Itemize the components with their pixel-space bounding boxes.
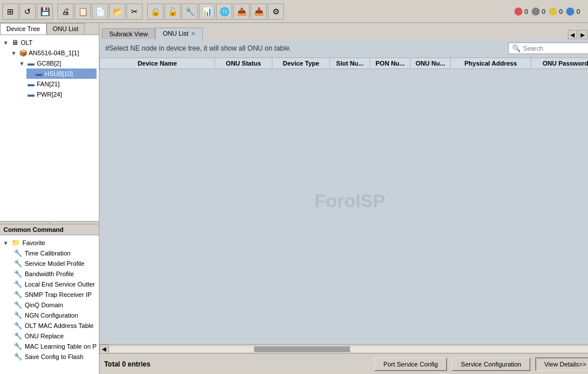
content-area: #Select NE node in device tree, it will … <box>99 39 588 374</box>
toolbar-btn-copy[interactable]: 📋 <box>75 3 91 20</box>
toolbar-btn-refresh[interactable]: ↺ <box>20 3 36 20</box>
gc8b-icon: ▬ <box>26 59 36 68</box>
tree-root-olt[interactable]: ▼ 🖥 OLT <box>2 37 97 48</box>
tree-node-an5516[interactable]: ▼ 📦 AN5516-04B_1[1] <box>10 48 97 58</box>
expand-an5516[interactable]: ▼ <box>10 49 17 56</box>
onu-list-tab-label: ONU List <box>163 30 189 37</box>
cmd-save-config[interactable]: 🔧 Save Config to Flash <box>14 352 97 362</box>
pwr-icon: ▬ <box>26 90 36 99</box>
right-tabs-bar: Subrack View ONU List ✕ ◀ ▶ ▼ <box>99 23 588 39</box>
toolbar-btn-cut[interactable]: ✂ <box>126 3 143 20</box>
tab-nav-prev[interactable]: ◀ <box>568 30 577 39</box>
bottom-bar: Total 0 entries Port Service Config Serv… <box>99 353 588 374</box>
scroll-left-arrow[interactable]: ◀ <box>99 345 109 354</box>
tab-onu-list-right[interactable]: ONU List ✕ <box>155 28 203 39</box>
onu-list-tab-close[interactable]: ✕ <box>191 30 195 37</box>
tree-node-hsub[interactable]: ▬ HSUB[10] <box>26 68 97 79</box>
tree-node-fan[interactable]: ▬ FAN[21] <box>18 79 97 89</box>
qinq-icon: 🔧 <box>14 301 22 309</box>
command-tree: ▼ 📁 Favorite 🔧 Time Calibration 🔧 Servic… <box>0 235 99 374</box>
tab-device-tree[interactable]: Device Tree <box>0 23 47 35</box>
search-input[interactable] <box>523 45 588 52</box>
traffic-light-red <box>514 7 522 16</box>
info-bar: #Select NE node in device tree, it will … <box>99 39 588 58</box>
total-entries: Total 0 entries <box>104 360 370 368</box>
tree-label-fan: FAN[21] <box>37 81 60 87</box>
col-device-type: Device Type <box>272 58 330 69</box>
cmd-bandwidth-profile[interactable]: 🔧 Bandwidth Profile <box>14 269 97 279</box>
cmd-mac-learning[interactable]: 🔧 MAC Learning Table on P <box>14 341 97 352</box>
tree-label-hsub: HSUB[10] <box>45 70 73 77</box>
cmd-favorite-root[interactable]: ▼ 📁 Favorite <box>2 238 97 248</box>
col-onu-password: ONU Password <box>531 58 588 69</box>
toolbar-btn-download[interactable]: 📥 <box>251 3 267 20</box>
right-panel: Subrack View ONU List ✕ ◀ ▶ ▼ #Select NE… <box>99 23 588 374</box>
cmd-qinq-domain[interactable]: 🔧 QinQ Domain <box>14 300 97 310</box>
tab-subrack-view[interactable]: Subrack View <box>102 28 155 39</box>
scroll-track[interactable] <box>110 346 588 352</box>
snmp-icon: 🔧 <box>14 291 22 299</box>
info-message: #Select NE node in device tree, it will … <box>105 44 291 52</box>
toolbar-btn-open[interactable]: 📂 <box>109 3 125 20</box>
cmd-service-model-profile[interactable]: 🔧 Service Model Profile <box>14 258 97 269</box>
view-details-button[interactable]: View Details>> <box>535 357 588 371</box>
olt-mac-icon: 🔧 <box>14 322 22 330</box>
traffic-light-blue <box>566 7 574 16</box>
expand-gc8b[interactable]: ▼ <box>18 60 25 67</box>
expand-olt[interactable]: ▼ <box>2 39 9 46</box>
cmd-olt-mac[interactable]: 🔧 OLT MAC Address Table <box>14 320 97 331</box>
cmd-snmp-trap[interactable]: 🔧 SNMP Trap Receiver IP <box>14 289 97 300</box>
search-box: 🔍 <box>508 43 588 54</box>
tree-label-pwr: PWR[24] <box>37 91 62 98</box>
scroll-thumb[interactable] <box>254 346 350 352</box>
toolbar-btn-print[interactable]: 🖨 <box>57 3 74 20</box>
expand-favorite[interactable]: ▼ <box>2 239 9 246</box>
col-physical-address: Physical Address <box>451 58 531 69</box>
cmd-local-end-service[interactable]: 🔧 Local End Service Outter <box>14 279 97 289</box>
olt-icon: 🖥 <box>10 38 20 47</box>
tree-node-gc8b[interactable]: ▼ ▬ GC8B[2] <box>18 58 97 68</box>
toolbar-btn-settings[interactable]: 🔧 <box>182 3 198 20</box>
tab-nav-arrows: ◀ ▶ ▼ <box>568 30 588 39</box>
main-layout: Device Tree ONU List ▼ 🖥 OLT ▼ 📦 AN5516-… <box>0 23 588 374</box>
traffic-count-grey: 0 <box>542 8 545 15</box>
toolbar-btn-config[interactable]: ⚙ <box>268 3 284 20</box>
port-service-config-button[interactable]: Port Service Config <box>374 357 447 371</box>
cmd-save-config-label: Save Config to Flash <box>25 353 83 360</box>
traffic-count-blue: 0 <box>577 8 580 15</box>
col-device-name: Device Name <box>100 58 215 69</box>
toolbar-btn-upload[interactable]: 📤 <box>233 3 249 20</box>
tree-node-pwr[interactable]: ▬ PWR[24] <box>18 89 97 100</box>
table-header-row: Device Name ONU Status Device Type Slot … <box>100 58 588 69</box>
device-tree-area: ▼ 🖥 OLT ▼ 📦 AN5516-04B_1[1] ▼ ▬ GC8B[2] … <box>0 35 99 221</box>
cmd-bandwidth-label: Bandwidth Profile <box>25 270 74 277</box>
traffic-light-yellow <box>549 7 557 16</box>
tree-label-gc8b: GC8B[2] <box>37 60 61 67</box>
cmd-mac-learning-label: MAC Learning Table on P <box>25 343 97 350</box>
cmd-time-calibration-label: Time Calibration <box>25 250 71 257</box>
cmd-ngn-config[interactable]: 🔧 NGN Configuration <box>14 310 97 320</box>
toolbar-btn-lock[interactable]: 🔒 <box>147 3 163 20</box>
cmd-ngn-label: NGN Configuration <box>25 312 78 319</box>
mac-learning-icon: 🔧 <box>14 342 22 350</box>
toolbar-btn-unlock[interactable]: 🔓 <box>164 3 180 20</box>
left-tabs: Device Tree ONU List <box>0 23 99 35</box>
tree-label-olt: OLT <box>21 39 33 46</box>
onu-table: Device Name ONU Status Device Type Slot … <box>99 58 588 69</box>
horizontal-scrollbar[interactable]: ◀ ▶ <box>99 344 588 353</box>
toolbar-btn-save[interactable]: 💾 <box>37 3 53 20</box>
toolbar-btn-network[interactable]: 🌐 <box>216 3 232 20</box>
service-configuration-button[interactable]: Service Configuration <box>452 357 531 371</box>
onu-replace-icon: 🔧 <box>14 332 22 340</box>
cmd-onu-replace[interactable]: 🔧 ONU Replace <box>14 331 97 341</box>
tab-nav-next[interactable]: ▶ <box>578 30 587 39</box>
cmd-time-calibration[interactable]: 🔧 Time Calibration <box>14 248 97 258</box>
toolbar-btn-chart[interactable]: 📊 <box>199 3 215 20</box>
hsub-icon: ▬ <box>34 69 44 78</box>
search-icon: 🔍 <box>512 44 521 52</box>
toolbar-btn-grid[interactable]: ⊞ <box>2 3 18 20</box>
tab-onu-list-left[interactable]: ONU List <box>47 23 85 35</box>
table-container: Device Name ONU Status Device Type Slot … <box>99 58 588 69</box>
col-pon-num: PON Nu... <box>370 58 410 69</box>
toolbar-btn-new[interactable]: 📄 <box>92 3 108 20</box>
